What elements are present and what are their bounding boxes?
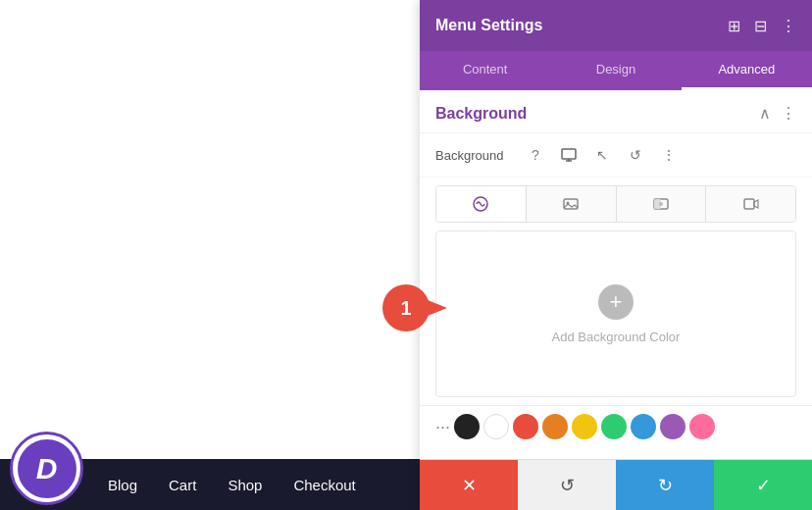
website-preview xyxy=(0,0,422,510)
undo-icon[interactable]: ↺ xyxy=(624,143,647,167)
panel-header: Menu Settings ⊞ ⊟ ⋮ xyxy=(420,0,812,51)
bg-tab-color[interactable] xyxy=(436,186,527,222)
bg-tab-gradient[interactable] xyxy=(617,186,707,222)
desktop-icon[interactable] xyxy=(557,143,581,167)
step-number: 1 xyxy=(382,284,430,332)
swatch-orange[interactable] xyxy=(542,414,568,439)
swatch-blue[interactable] xyxy=(631,414,656,439)
swatch-yellow[interactable] xyxy=(572,414,597,439)
expand-icon[interactable]: ⊞ xyxy=(728,17,740,35)
nav-item-blog[interactable]: Blog xyxy=(108,477,137,493)
svg-point-8 xyxy=(659,202,663,206)
panel-header-icons: ⊞ ⊟ ⋮ xyxy=(728,17,796,35)
divi-logo[interactable]: D xyxy=(10,432,83,505)
collapse-icon[interactable]: ∧ xyxy=(759,104,771,123)
tab-content[interactable]: Content xyxy=(420,51,550,90)
save-button[interactable]: ✓ xyxy=(714,460,812,510)
more-options-icon[interactable]: ⋮ xyxy=(781,17,796,35)
tab-design[interactable]: Design xyxy=(550,51,681,90)
section-header-icons: ∧ ⋮ xyxy=(759,104,796,123)
redo-button[interactable]: ↻ xyxy=(616,460,714,510)
row-more-icon[interactable]: ⋮ xyxy=(657,143,681,167)
divi-logo-letter: D xyxy=(36,452,58,485)
background-row: Background ? ↖ ↺ ⋮ xyxy=(420,133,812,178)
swatch-white[interactable] xyxy=(483,414,509,439)
step-arrow xyxy=(428,300,457,316)
swatch-red[interactable] xyxy=(513,414,538,439)
svg-rect-9 xyxy=(744,199,754,209)
reset-button[interactable]: ↺ xyxy=(518,460,616,510)
cancel-button[interactable]: ✕ xyxy=(420,460,518,510)
add-color-label: Add Background Color xyxy=(552,330,681,344)
nav-item-shop[interactable]: Shop xyxy=(228,477,262,493)
svg-rect-4 xyxy=(564,199,578,209)
color-swatches-bar: ··· xyxy=(420,405,812,447)
section-more-icon[interactable]: ⋮ xyxy=(781,104,796,123)
split-icon[interactable]: ⊟ xyxy=(754,17,767,35)
swatch-green[interactable] xyxy=(601,414,627,439)
background-section-header: Background ∧ ⋮ xyxy=(420,90,812,133)
help-icon[interactable]: ? xyxy=(524,143,547,167)
nav-item-cart[interactable]: Cart xyxy=(169,477,196,493)
bg-tab-image[interactable] xyxy=(527,186,617,222)
swatch-purple[interactable] xyxy=(660,414,685,439)
bg-tab-video[interactable] xyxy=(706,186,795,222)
add-color-button[interactable]: + xyxy=(598,284,634,320)
tab-advanced[interactable]: Advanced xyxy=(682,51,812,90)
swatch-black[interactable] xyxy=(454,414,480,439)
panel-title: Menu Settings xyxy=(435,17,542,34)
panel-body: Background ∧ ⋮ Background ? ↖ ↺ ⋮ xyxy=(420,90,812,459)
swatch-pink[interactable] xyxy=(689,414,715,439)
action-bar: ✕ ↺ ↻ ✓ xyxy=(420,459,812,510)
background-label: Background xyxy=(435,148,514,163)
background-type-tabs xyxy=(435,185,796,223)
more-swatches-icon[interactable]: ··· xyxy=(435,417,450,437)
nav-item-checkout[interactable]: Checkout xyxy=(293,477,355,493)
background-section-title: Background xyxy=(435,105,527,123)
cursor-icon[interactable]: ↖ xyxy=(590,143,614,167)
color-picker-area: + Add Background Color xyxy=(435,230,796,397)
panel-tabs: Content Design Advanced xyxy=(420,51,812,90)
step-indicator: 1 xyxy=(382,284,457,332)
menu-settings-panel: Menu Settings ⊞ ⊟ ⋮ Content Design Advan… xyxy=(420,0,812,510)
svg-rect-0 xyxy=(562,149,576,159)
